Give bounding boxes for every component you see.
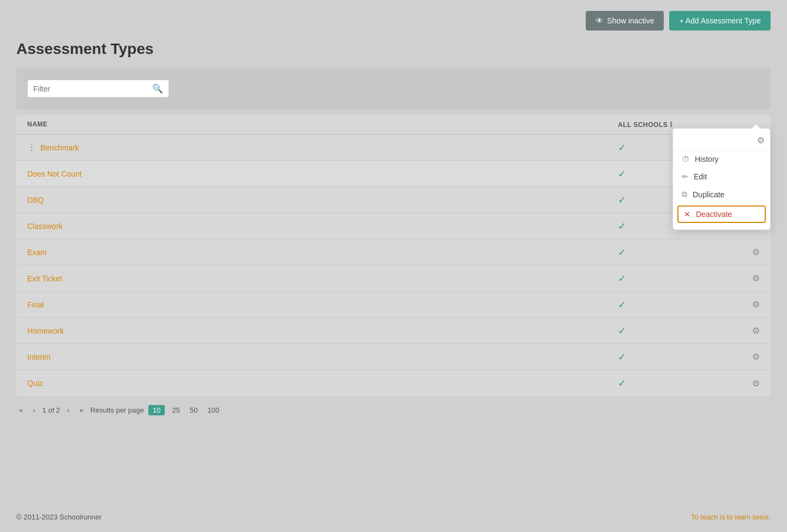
check-icon: ✓ <box>618 299 626 310</box>
row-name-exit-ticket[interactable]: Exit Ticket <box>27 274 618 283</box>
row-name-benchmark[interactable]: ⋮ Benchmark <box>27 142 618 153</box>
row-all-schools-homework: ✓ <box>618 325 727 337</box>
row-name-homework[interactable]: Homework <box>27 327 618 335</box>
gear-button-interim[interactable]: ⚙ <box>727 352 760 362</box>
dropdown-duplicate-item[interactable]: ⧉ Duplicate <box>673 185 770 203</box>
dropdown-edit-item[interactable]: ✏ Edit <box>673 168 770 185</box>
table-wrap: NAME ALL SCHOOLS ℹ ⋮ Benchmark ✓ ⚙ Does … <box>16 115 771 396</box>
row-name-interim[interactable]: Interim <box>27 353 618 361</box>
dropdown-deactivate-item[interactable]: ✕ Deactivate <box>677 205 766 223</box>
row-name-does-not-count[interactable]: Does Not Count <box>27 170 618 178</box>
table-row: Quiz ✓ ⚙ <box>16 370 771 396</box>
table-row: Exit Ticket ✓ ⚙ <box>16 265 771 292</box>
search-icon: 🔍 <box>152 83 163 94</box>
row-all-schools-interim: ✓ <box>618 351 727 363</box>
row-all-schools-final: ✓ <box>618 299 727 311</box>
gear-button-homework[interactable]: ⚙ <box>727 325 760 336</box>
row-all-schools-quiz: ✓ <box>618 377 727 389</box>
add-assessment-type-button[interactable]: + Add Assessment Type <box>669 11 771 31</box>
dropdown-arrow <box>752 124 760 129</box>
footer-left: © 2011-2023 Schoolrunner <box>16 513 101 521</box>
dropdown-gear-icon: ⚙ <box>757 135 765 146</box>
duplicate-label: Duplicate <box>693 190 724 199</box>
row-name-final[interactable]: Final <box>27 300 618 309</box>
per-page-25[interactable]: 25 <box>169 405 182 415</box>
table-row: Homework ✓ ⚙ <box>16 318 771 344</box>
history-icon: ⏱ <box>682 155 689 164</box>
check-icon: ✓ <box>618 378 626 389</box>
check-icon: ✓ <box>618 325 626 336</box>
deactivate-label: Deactivate <box>696 210 732 219</box>
table-row: Final ✓ ⚙ <box>16 292 771 318</box>
first-page-button[interactable]: « <box>16 405 26 415</box>
row-all-schools-exam: ✓ <box>618 246 727 258</box>
check-icon: ✓ <box>618 352 626 362</box>
page-info: 1 of 2 <box>43 406 61 414</box>
eye-icon: 👁 <box>596 16 603 25</box>
next-page-button[interactable]: › <box>64 405 72 415</box>
row-all-schools-exit-ticket: ✓ <box>618 273 727 285</box>
per-page-50[interactable]: 50 <box>187 405 200 415</box>
pagination: « ‹ 1 of 2 › » Results per page 10 25 50… <box>16 396 771 418</box>
all-schools-info-icon[interactable]: ℹ <box>670 120 673 129</box>
show-inactive-label: Show inactive <box>607 16 654 25</box>
deactivate-icon: ✕ <box>684 210 690 219</box>
filter-input[interactable] <box>33 84 152 93</box>
footer: © 2011-2023 Schoolrunner To teach is to … <box>16 513 771 521</box>
context-dropdown-menu: ⚙ ⏱ History ✏ Edit ⧉ Duplicate ✕ Deactiv… <box>672 128 771 230</box>
table-row: Exam ✓ ⚙ <box>16 239 771 265</box>
drag-icon[interactable]: ⋮ <box>27 142 36 153</box>
add-type-label: + Add Assessment Type <box>679 16 761 25</box>
row-name-classwork[interactable]: Classwork <box>27 222 618 231</box>
check-icon: ✓ <box>618 247 626 258</box>
dropdown-history-item[interactable]: ⏱ History <box>673 150 770 168</box>
results-per-page-label: Results per page <box>91 406 144 414</box>
page-title: Assessment Types <box>16 40 771 58</box>
row-name-exam[interactable]: Exam <box>27 248 618 257</box>
row-name-quiz[interactable]: Quiz <box>27 379 618 388</box>
col-name-header: NAME <box>27 120 618 129</box>
table-row: DBQ ✓ ⚙ <box>16 187 771 213</box>
current-per-page: 10 <box>148 405 165 415</box>
duplicate-icon: ⧉ <box>682 190 687 199</box>
prev-page-button[interactable]: ‹ <box>30 405 38 415</box>
table-header: NAME ALL SCHOOLS ℹ <box>16 115 771 135</box>
table-row: Interim ✓ ⚙ <box>16 344 771 370</box>
edit-label: Edit <box>694 172 707 181</box>
history-label: History <box>695 155 719 164</box>
dropdown-header: ⚙ <box>673 133 770 150</box>
last-page-button[interactable]: » <box>76 405 86 415</box>
table-row: Does Not Count ✓ ⚙ ⏱ History ✏ Edit <box>16 161 771 187</box>
check-icon: ✓ <box>618 168 626 179</box>
filter-input-wrap: 🔍 <box>27 80 169 98</box>
check-icon: ✓ <box>618 273 626 284</box>
table-row: ⋮ Benchmark ✓ ⚙ <box>16 135 771 161</box>
filter-bar: 🔍 <box>16 68 771 110</box>
footer-right: To teach is to learn twice. <box>691 513 771 521</box>
gear-button-quiz[interactable]: ⚙ <box>727 378 760 389</box>
gear-button-final[interactable]: ⚙ <box>727 299 760 310</box>
col-all-schools-header: ALL SCHOOLS ℹ <box>618 120 727 129</box>
check-icon: ✓ <box>618 142 626 153</box>
edit-icon: ✏ <box>682 172 688 181</box>
row-name-dbq[interactable]: DBQ <box>27 196 618 204</box>
top-bar: 👁 Show inactive + Add Assessment Type <box>16 11 771 31</box>
gear-button-exit-ticket[interactable]: ⚙ <box>727 273 760 283</box>
gear-button-exam[interactable]: ⚙ <box>727 247 760 257</box>
check-icon: ✓ <box>618 221 626 232</box>
per-page-100[interactable]: 100 <box>205 405 222 415</box>
page-wrapper: 👁 Show inactive + Add Assessment Type As… <box>0 0 787 532</box>
table-row: Classwork ✓ ⚙ <box>16 213 771 239</box>
check-icon: ✓ <box>618 195 626 205</box>
show-inactive-button[interactable]: 👁 Show inactive <box>586 11 664 31</box>
